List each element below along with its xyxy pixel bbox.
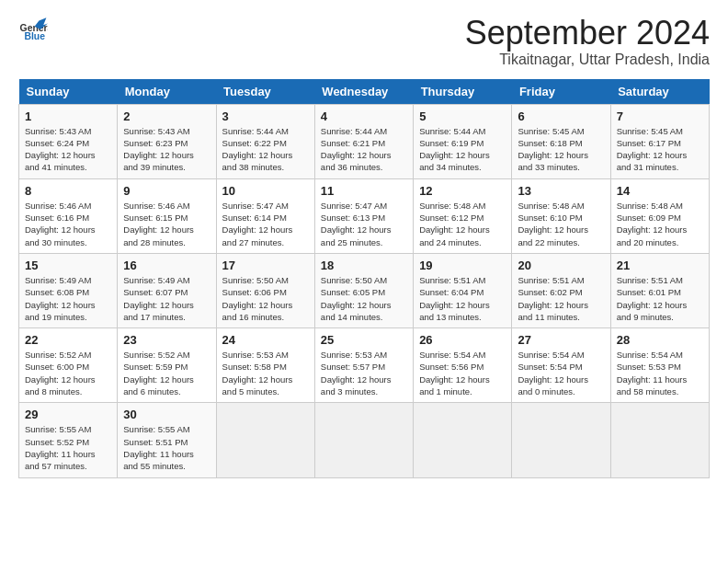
day-info: Sunrise: 5:48 AM Sunset: 6:10 PM Dayligh… (518, 200, 604, 248)
col-wednesday: Wednesday (314, 79, 413, 105)
calendar-row: 22Sunrise: 5:52 AM Sunset: 6:00 PM Dayli… (19, 328, 710, 403)
col-friday: Friday (512, 79, 610, 105)
day-info: Sunrise: 5:44 AM Sunset: 6:19 PM Dayligh… (419, 125, 506, 174)
calendar-row: 1Sunrise: 5:43 AM Sunset: 6:24 PM Daylig… (19, 104, 710, 178)
table-row: 14Sunrise: 5:48 AM Sunset: 6:09 PM Dayli… (610, 178, 709, 253)
day-number: 12 (419, 184, 506, 198)
table-row: 30Sunrise: 5:55 AM Sunset: 5:51 PM Dayli… (118, 403, 216, 477)
day-number: 14 (617, 184, 703, 198)
day-info: Sunrise: 5:50 AM Sunset: 6:05 PM Dayligh… (321, 274, 407, 323)
day-info: Sunrise: 5:44 AM Sunset: 6:22 PM Dayligh… (222, 125, 309, 174)
day-info: Sunrise: 5:51 AM Sunset: 6:02 PM Dayligh… (518, 274, 604, 323)
table-row (610, 403, 709, 477)
day-number: 18 (321, 259, 407, 272)
day-info: Sunrise: 5:46 AM Sunset: 6:15 PM Dayligh… (123, 200, 210, 248)
day-info: Sunrise: 5:54 AM Sunset: 5:54 PM Dayligh… (518, 349, 604, 397)
table-row: 28Sunrise: 5:54 AM Sunset: 5:53 PM Dayli… (610, 328, 709, 403)
day-info: Sunrise: 5:43 AM Sunset: 6:23 PM Dayligh… (123, 125, 210, 174)
table-row: 22Sunrise: 5:52 AM Sunset: 6:00 PM Dayli… (19, 328, 118, 403)
day-number: 4 (321, 109, 407, 123)
col-monday: Monday (118, 79, 216, 105)
day-number: 28 (617, 333, 703, 347)
day-info: Sunrise: 5:55 AM Sunset: 5:51 PM Dayligh… (123, 423, 210, 472)
day-number: 16 (123, 259, 210, 272)
table-row: 24Sunrise: 5:53 AM Sunset: 5:58 PM Dayli… (216, 328, 314, 403)
header-row: Sunday Monday Tuesday Wednesday Thursday… (19, 79, 710, 105)
day-number: 9 (123, 184, 210, 198)
day-info: Sunrise: 5:45 AM Sunset: 6:17 PM Dayligh… (617, 125, 703, 174)
day-number: 2 (123, 109, 210, 123)
page-header: General Blue September 2024 Tikaitnagar,… (18, 15, 710, 68)
location-title: Tikaitnagar, Uttar Pradesh, India (465, 52, 710, 68)
day-info: Sunrise: 5:55 AM Sunset: 5:52 PM Dayligh… (25, 423, 111, 472)
day-number: 8 (25, 184, 111, 198)
table-row (414, 403, 512, 477)
table-row: 13Sunrise: 5:48 AM Sunset: 6:10 PM Dayli… (512, 178, 610, 253)
table-row: 19Sunrise: 5:51 AM Sunset: 6:04 PM Dayli… (414, 253, 512, 327)
day-number: 24 (222, 333, 309, 347)
table-row: 4Sunrise: 5:44 AM Sunset: 6:21 PM Daylig… (314, 104, 413, 178)
calendar-row: 29Sunrise: 5:55 AM Sunset: 5:52 PM Dayli… (19, 403, 710, 477)
table-row: 17Sunrise: 5:50 AM Sunset: 6:06 PM Dayli… (216, 253, 314, 327)
day-info: Sunrise: 5:43 AM Sunset: 6:24 PM Dayligh… (25, 125, 111, 174)
table-row: 2Sunrise: 5:43 AM Sunset: 6:23 PM Daylig… (118, 104, 216, 178)
table-row: 25Sunrise: 5:53 AM Sunset: 5:57 PM Dayli… (314, 328, 413, 403)
day-info: Sunrise: 5:48 AM Sunset: 6:12 PM Dayligh… (419, 200, 506, 248)
day-number: 11 (321, 184, 407, 198)
table-row: 15Sunrise: 5:49 AM Sunset: 6:08 PM Dayli… (19, 253, 118, 327)
svg-text:Blue: Blue (24, 31, 45, 41)
day-number: 5 (419, 109, 506, 123)
col-thursday: Thursday (414, 79, 512, 105)
table-row: 5Sunrise: 5:44 AM Sunset: 6:19 PM Daylig… (414, 104, 512, 178)
day-info: Sunrise: 5:50 AM Sunset: 6:06 PM Dayligh… (222, 274, 309, 323)
table-row: 16Sunrise: 5:49 AM Sunset: 6:07 PM Dayli… (118, 253, 216, 327)
day-info: Sunrise: 5:53 AM Sunset: 5:58 PM Dayligh… (222, 349, 309, 397)
day-number: 20 (518, 259, 604, 272)
table-row: 11Sunrise: 5:47 AM Sunset: 6:13 PM Dayli… (314, 178, 413, 253)
day-info: Sunrise: 5:48 AM Sunset: 6:09 PM Dayligh… (617, 200, 703, 248)
day-info: Sunrise: 5:44 AM Sunset: 6:21 PM Dayligh… (321, 125, 407, 174)
day-info: Sunrise: 5:53 AM Sunset: 5:57 PM Dayligh… (321, 349, 407, 397)
day-info: Sunrise: 5:52 AM Sunset: 5:59 PM Dayligh… (123, 349, 210, 397)
table-row (216, 403, 314, 477)
day-number: 29 (25, 408, 111, 421)
table-row: 23Sunrise: 5:52 AM Sunset: 5:59 PM Dayli… (118, 328, 216, 403)
calendar-table: Sunday Monday Tuesday Wednesday Thursday… (18, 79, 710, 478)
day-info: Sunrise: 5:45 AM Sunset: 6:18 PM Dayligh… (518, 125, 604, 174)
col-saturday: Saturday (610, 79, 709, 105)
table-row: 12Sunrise: 5:48 AM Sunset: 6:12 PM Dayli… (414, 178, 512, 253)
table-row: 10Sunrise: 5:47 AM Sunset: 6:14 PM Dayli… (216, 178, 314, 253)
table-row: 18Sunrise: 5:50 AM Sunset: 6:05 PM Dayli… (314, 253, 413, 327)
col-sunday: Sunday (19, 79, 118, 105)
logo-icon: General Blue (18, 15, 48, 44)
day-info: Sunrise: 5:49 AM Sunset: 6:07 PM Dayligh… (123, 274, 210, 323)
day-number: 7 (617, 109, 703, 123)
day-info: Sunrise: 5:51 AM Sunset: 6:04 PM Dayligh… (419, 274, 506, 323)
day-number: 27 (518, 333, 604, 347)
calendar-row: 8Sunrise: 5:46 AM Sunset: 6:16 PM Daylig… (19, 178, 710, 253)
table-row (314, 403, 413, 477)
day-info: Sunrise: 5:47 AM Sunset: 6:13 PM Dayligh… (321, 200, 407, 248)
day-number: 13 (518, 184, 604, 198)
day-info: Sunrise: 5:52 AM Sunset: 6:00 PM Dayligh… (25, 349, 111, 397)
day-number: 30 (123, 408, 210, 421)
month-title: September 2024 (465, 15, 710, 52)
table-row: 27Sunrise: 5:54 AM Sunset: 5:54 PM Dayli… (512, 328, 610, 403)
day-info: Sunrise: 5:46 AM Sunset: 6:16 PM Dayligh… (25, 200, 111, 248)
day-number: 23 (123, 333, 210, 347)
day-number: 25 (321, 333, 407, 347)
day-number: 19 (419, 259, 506, 272)
table-row: 29Sunrise: 5:55 AM Sunset: 5:52 PM Dayli… (19, 403, 118, 477)
day-info: Sunrise: 5:54 AM Sunset: 5:56 PM Dayligh… (419, 349, 506, 397)
day-number: 22 (25, 333, 111, 347)
table-row: 21Sunrise: 5:51 AM Sunset: 6:01 PM Dayli… (610, 253, 709, 327)
table-row: 1Sunrise: 5:43 AM Sunset: 6:24 PM Daylig… (19, 104, 118, 178)
day-info: Sunrise: 5:54 AM Sunset: 5:53 PM Dayligh… (617, 349, 703, 397)
table-row: 9Sunrise: 5:46 AM Sunset: 6:15 PM Daylig… (118, 178, 216, 253)
day-number: 6 (518, 109, 604, 123)
table-row: 20Sunrise: 5:51 AM Sunset: 6:02 PM Dayli… (512, 253, 610, 327)
table-row: 26Sunrise: 5:54 AM Sunset: 5:56 PM Dayli… (414, 328, 512, 403)
day-number: 17 (222, 259, 309, 272)
day-number: 3 (222, 109, 309, 123)
day-info: Sunrise: 5:51 AM Sunset: 6:01 PM Dayligh… (617, 274, 703, 323)
